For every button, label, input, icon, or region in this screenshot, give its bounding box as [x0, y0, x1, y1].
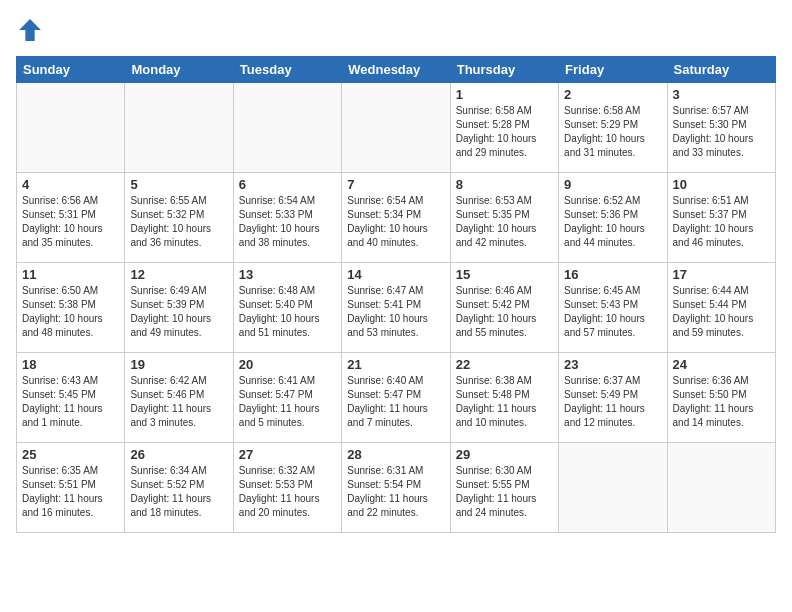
- day-info: Sunrise: 6:34 AM Sunset: 5:52 PM Dayligh…: [130, 464, 227, 520]
- calendar-cell: 26Sunrise: 6:34 AM Sunset: 5:52 PM Dayli…: [125, 443, 233, 533]
- day-info: Sunrise: 6:56 AM Sunset: 5:31 PM Dayligh…: [22, 194, 119, 250]
- calendar-cell: 22Sunrise: 6:38 AM Sunset: 5:48 PM Dayli…: [450, 353, 558, 443]
- day-number: 26: [130, 447, 227, 462]
- calendar-cell: 10Sunrise: 6:51 AM Sunset: 5:37 PM Dayli…: [667, 173, 775, 263]
- day-info: Sunrise: 6:32 AM Sunset: 5:53 PM Dayligh…: [239, 464, 336, 520]
- day-number: 10: [673, 177, 770, 192]
- calendar-cell: [559, 443, 667, 533]
- calendar-cell: 12Sunrise: 6:49 AM Sunset: 5:39 PM Dayli…: [125, 263, 233, 353]
- calendar-cell: 25Sunrise: 6:35 AM Sunset: 5:51 PM Dayli…: [17, 443, 125, 533]
- calendar-cell: 21Sunrise: 6:40 AM Sunset: 5:47 PM Dayli…: [342, 353, 450, 443]
- weekday-header: Wednesday: [342, 57, 450, 83]
- calendar-cell: 19Sunrise: 6:42 AM Sunset: 5:46 PM Dayli…: [125, 353, 233, 443]
- calendar-week-row: 11Sunrise: 6:50 AM Sunset: 5:38 PM Dayli…: [17, 263, 776, 353]
- calendar-week-row: 4Sunrise: 6:56 AM Sunset: 5:31 PM Daylig…: [17, 173, 776, 263]
- day-number: 28: [347, 447, 444, 462]
- day-info: Sunrise: 6:55 AM Sunset: 5:32 PM Dayligh…: [130, 194, 227, 250]
- weekday-header: Friday: [559, 57, 667, 83]
- calendar-header-row: SundayMondayTuesdayWednesdayThursdayFrid…: [17, 57, 776, 83]
- day-number: 5: [130, 177, 227, 192]
- day-info: Sunrise: 6:58 AM Sunset: 5:28 PM Dayligh…: [456, 104, 553, 160]
- day-info: Sunrise: 6:44 AM Sunset: 5:44 PM Dayligh…: [673, 284, 770, 340]
- calendar-cell: 13Sunrise: 6:48 AM Sunset: 5:40 PM Dayli…: [233, 263, 341, 353]
- calendar-cell: 29Sunrise: 6:30 AM Sunset: 5:55 PM Dayli…: [450, 443, 558, 533]
- day-info: Sunrise: 6:38 AM Sunset: 5:48 PM Dayligh…: [456, 374, 553, 430]
- day-number: 6: [239, 177, 336, 192]
- day-number: 24: [673, 357, 770, 372]
- day-info: Sunrise: 6:43 AM Sunset: 5:45 PM Dayligh…: [22, 374, 119, 430]
- day-number: 14: [347, 267, 444, 282]
- calendar-cell: [667, 443, 775, 533]
- day-number: 7: [347, 177, 444, 192]
- calendar-cell: 9Sunrise: 6:52 AM Sunset: 5:36 PM Daylig…: [559, 173, 667, 263]
- calendar-cell: [342, 83, 450, 173]
- day-number: 12: [130, 267, 227, 282]
- day-number: 19: [130, 357, 227, 372]
- day-number: 11: [22, 267, 119, 282]
- day-info: Sunrise: 6:31 AM Sunset: 5:54 PM Dayligh…: [347, 464, 444, 520]
- day-info: Sunrise: 6:52 AM Sunset: 5:36 PM Dayligh…: [564, 194, 661, 250]
- calendar-week-row: 18Sunrise: 6:43 AM Sunset: 5:45 PM Dayli…: [17, 353, 776, 443]
- day-number: 27: [239, 447, 336, 462]
- day-info: Sunrise: 6:47 AM Sunset: 5:41 PM Dayligh…: [347, 284, 444, 340]
- day-number: 25: [22, 447, 119, 462]
- day-info: Sunrise: 6:54 AM Sunset: 5:34 PM Dayligh…: [347, 194, 444, 250]
- calendar-cell: 14Sunrise: 6:47 AM Sunset: 5:41 PM Dayli…: [342, 263, 450, 353]
- day-number: 16: [564, 267, 661, 282]
- calendar-cell: 23Sunrise: 6:37 AM Sunset: 5:49 PM Dayli…: [559, 353, 667, 443]
- weekday-header: Sunday: [17, 57, 125, 83]
- day-number: 20: [239, 357, 336, 372]
- weekday-header: Monday: [125, 57, 233, 83]
- day-info: Sunrise: 6:49 AM Sunset: 5:39 PM Dayligh…: [130, 284, 227, 340]
- calendar-cell: 8Sunrise: 6:53 AM Sunset: 5:35 PM Daylig…: [450, 173, 558, 263]
- day-info: Sunrise: 6:58 AM Sunset: 5:29 PM Dayligh…: [564, 104, 661, 160]
- day-number: 4: [22, 177, 119, 192]
- day-info: Sunrise: 6:37 AM Sunset: 5:49 PM Dayligh…: [564, 374, 661, 430]
- calendar-cell: 18Sunrise: 6:43 AM Sunset: 5:45 PM Dayli…: [17, 353, 125, 443]
- calendar-cell: 17Sunrise: 6:44 AM Sunset: 5:44 PM Dayli…: [667, 263, 775, 353]
- day-info: Sunrise: 6:53 AM Sunset: 5:35 PM Dayligh…: [456, 194, 553, 250]
- day-number: 8: [456, 177, 553, 192]
- calendar-cell: 20Sunrise: 6:41 AM Sunset: 5:47 PM Dayli…: [233, 353, 341, 443]
- calendar-cell: 3Sunrise: 6:57 AM Sunset: 5:30 PM Daylig…: [667, 83, 775, 173]
- calendar-week-row: 25Sunrise: 6:35 AM Sunset: 5:51 PM Dayli…: [17, 443, 776, 533]
- day-info: Sunrise: 6:35 AM Sunset: 5:51 PM Dayligh…: [22, 464, 119, 520]
- day-number: 15: [456, 267, 553, 282]
- weekday-header: Saturday: [667, 57, 775, 83]
- calendar-week-row: 1Sunrise: 6:58 AM Sunset: 5:28 PM Daylig…: [17, 83, 776, 173]
- calendar-cell: 6Sunrise: 6:54 AM Sunset: 5:33 PM Daylig…: [233, 173, 341, 263]
- day-number: 13: [239, 267, 336, 282]
- day-number: 17: [673, 267, 770, 282]
- svg-marker-0: [19, 19, 41, 41]
- calendar-cell: 7Sunrise: 6:54 AM Sunset: 5:34 PM Daylig…: [342, 173, 450, 263]
- day-info: Sunrise: 6:50 AM Sunset: 5:38 PM Dayligh…: [22, 284, 119, 340]
- day-info: Sunrise: 6:45 AM Sunset: 5:43 PM Dayligh…: [564, 284, 661, 340]
- day-number: 3: [673, 87, 770, 102]
- day-info: Sunrise: 6:51 AM Sunset: 5:37 PM Dayligh…: [673, 194, 770, 250]
- day-info: Sunrise: 6:42 AM Sunset: 5:46 PM Dayligh…: [130, 374, 227, 430]
- day-info: Sunrise: 6:48 AM Sunset: 5:40 PM Dayligh…: [239, 284, 336, 340]
- calendar-cell: [233, 83, 341, 173]
- day-info: Sunrise: 6:41 AM Sunset: 5:47 PM Dayligh…: [239, 374, 336, 430]
- calendar-cell: 2Sunrise: 6:58 AM Sunset: 5:29 PM Daylig…: [559, 83, 667, 173]
- day-info: Sunrise: 6:57 AM Sunset: 5:30 PM Dayligh…: [673, 104, 770, 160]
- day-info: Sunrise: 6:54 AM Sunset: 5:33 PM Dayligh…: [239, 194, 336, 250]
- day-number: 22: [456, 357, 553, 372]
- day-number: 23: [564, 357, 661, 372]
- calendar-cell: 24Sunrise: 6:36 AM Sunset: 5:50 PM Dayli…: [667, 353, 775, 443]
- calendar-cell: [125, 83, 233, 173]
- weekday-header: Tuesday: [233, 57, 341, 83]
- day-number: 29: [456, 447, 553, 462]
- logo: [16, 16, 48, 44]
- day-number: 2: [564, 87, 661, 102]
- page-header: [16, 16, 776, 44]
- calendar-cell: [17, 83, 125, 173]
- day-info: Sunrise: 6:36 AM Sunset: 5:50 PM Dayligh…: [673, 374, 770, 430]
- logo-icon: [16, 16, 44, 44]
- calendar-table: SundayMondayTuesdayWednesdayThursdayFrid…: [16, 56, 776, 533]
- calendar-cell: 4Sunrise: 6:56 AM Sunset: 5:31 PM Daylig…: [17, 173, 125, 263]
- calendar-cell: 28Sunrise: 6:31 AM Sunset: 5:54 PM Dayli…: [342, 443, 450, 533]
- day-number: 18: [22, 357, 119, 372]
- calendar-cell: 11Sunrise: 6:50 AM Sunset: 5:38 PM Dayli…: [17, 263, 125, 353]
- day-info: Sunrise: 6:30 AM Sunset: 5:55 PM Dayligh…: [456, 464, 553, 520]
